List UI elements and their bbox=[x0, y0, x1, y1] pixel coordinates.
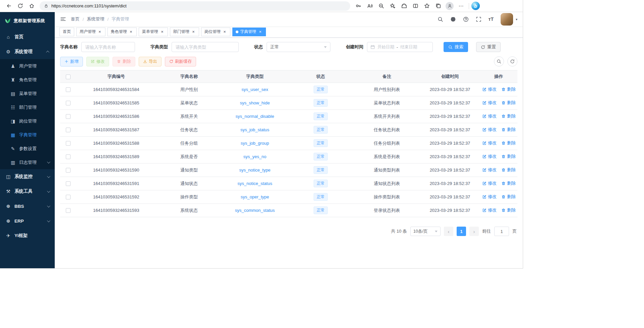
row-edit-button[interactable]: 修改 bbox=[482, 167, 497, 173]
sidebar-item-dict-mgmt[interactable]: ▦字典管理 bbox=[0, 128, 55, 142]
next-page-button[interactable]: › bbox=[469, 227, 479, 236]
sidebar-item-menu-mgmt[interactable]: ▤菜单管理 bbox=[0, 87, 55, 100]
read-aloud-icon[interactable] bbox=[364, 1, 375, 11]
help-icon[interactable] bbox=[463, 16, 469, 22]
refresh-button[interactable] bbox=[15, 1, 26, 11]
dict-type-link[interactable]: sys_notice_status bbox=[237, 181, 272, 186]
toggle-search-button[interactable] bbox=[494, 56, 504, 66]
delete-button[interactable]: 删除 bbox=[112, 57, 135, 66]
dict-type-link[interactable]: sys_yes_no bbox=[243, 154, 267, 159]
status-select[interactable]: 正常 bbox=[267, 42, 330, 52]
row-delete-button[interactable]: 删除 bbox=[501, 140, 516, 146]
column-header[interactable]: 状态 bbox=[288, 71, 354, 83]
sidebar-item-log-mgmt[interactable]: ▥日志管理 bbox=[0, 155, 55, 169]
page-size-select[interactable]: 10条/页 bbox=[410, 227, 441, 236]
avatar-caret-icon[interactable]: ▾ bbox=[516, 17, 517, 21]
tab-2[interactable]: 角色管理× bbox=[107, 28, 137, 36]
row-edit-button[interactable]: 修改 bbox=[482, 113, 497, 119]
row-edit-button[interactable]: 修改 bbox=[482, 153, 497, 159]
row-edit-button[interactable]: 修改 bbox=[482, 207, 497, 213]
dict-type-link[interactable]: sys_user_sex bbox=[241, 87, 268, 92]
row-checkbox[interactable] bbox=[66, 87, 71, 92]
sidebar-item-erp[interactable]: ⊕ERP bbox=[0, 214, 55, 228]
favorites-bar-icon[interactable] bbox=[421, 1, 432, 11]
row-edit-button[interactable]: 修改 bbox=[482, 127, 497, 133]
row-checkbox[interactable] bbox=[66, 101, 71, 105]
close-tab-icon[interactable]: × bbox=[222, 30, 227, 34]
sidebar-item-system-mgmt[interactable]: ⚙系统管理 bbox=[0, 44, 55, 59]
sidebar-item-system-monitor[interactable]: ◫系统监控 bbox=[0, 169, 55, 184]
dict-type-link[interactable]: sys_job_status bbox=[240, 127, 269, 132]
app-logo[interactable]: 意框架管理系统 bbox=[0, 12, 55, 30]
goto-page-input[interactable] bbox=[494, 227, 509, 236]
column-header[interactable]: 操作 bbox=[480, 71, 517, 83]
refresh-table-button[interactable] bbox=[507, 56, 517, 66]
extensions-puzzle-icon[interactable] bbox=[399, 1, 409, 11]
dict-type-link[interactable]: sys_common_status bbox=[235, 208, 275, 213]
tab-1[interactable]: 用户管理× bbox=[76, 28, 105, 36]
tab-6[interactable]: 字典管理× bbox=[232, 28, 266, 36]
row-checkbox[interactable] bbox=[66, 154, 71, 159]
tab-4[interactable]: 部门管理× bbox=[170, 28, 199, 36]
refresh-cache-button[interactable]: 刷新缓存 bbox=[165, 57, 196, 66]
breadcrumb-item[interactable]: 首页 bbox=[71, 16, 80, 22]
tab-3[interactable]: 菜单管理× bbox=[139, 28, 168, 36]
collections-icon[interactable] bbox=[433, 1, 444, 11]
row-edit-button[interactable]: 修改 bbox=[482, 86, 497, 92]
prev-page-button[interactable]: ‹ bbox=[444, 227, 453, 236]
bing-copilot-icon[interactable]: b bbox=[471, 2, 480, 10]
sidebar-item-post-mgmt[interactable]: ◨岗位管理 bbox=[0, 114, 55, 128]
sidebar-item-system-tools[interactable]: ⚒系统工具 bbox=[0, 184, 55, 199]
tab-5[interactable]: 岗位管理× bbox=[201, 28, 230, 36]
select-all-checkbox[interactable] bbox=[66, 75, 71, 79]
sidebar-item-yi-framework[interactable]: ✈Yi框架 bbox=[0, 228, 55, 243]
close-tab-icon[interactable]: × bbox=[191, 30, 196, 34]
row-checkbox[interactable] bbox=[66, 181, 71, 186]
sidebar-item-user-mgmt[interactable]: ♟用户管理 bbox=[0, 59, 55, 73]
row-delete-button[interactable]: 删除 bbox=[501, 194, 516, 200]
tab-0[interactable]: 首页 bbox=[59, 28, 74, 36]
row-checkbox[interactable] bbox=[66, 114, 71, 119]
close-tab-icon[interactable]: × bbox=[129, 30, 133, 34]
dict-type-link[interactable]: sys_normal_disable bbox=[236, 114, 274, 119]
row-edit-button[interactable]: 修改 bbox=[482, 194, 497, 200]
close-tab-icon[interactable]: × bbox=[160, 30, 165, 34]
row-delete-button[interactable]: 删除 bbox=[501, 127, 516, 133]
split-screen-icon[interactable] bbox=[410, 1, 421, 11]
search-icon[interactable] bbox=[438, 16, 443, 22]
dict-type-link[interactable]: sys_notice_type bbox=[239, 168, 270, 173]
row-delete-button[interactable]: 删除 bbox=[501, 167, 516, 173]
row-checkbox[interactable] bbox=[66, 195, 71, 199]
row-checkbox[interactable] bbox=[66, 128, 71, 132]
sidebar-item-dept-mgmt[interactable]: ☷部门管理 bbox=[0, 100, 55, 114]
reset-button[interactable]: 重置 bbox=[476, 42, 501, 52]
sidebar-item-role-mgmt[interactable]: ♜角色管理 bbox=[0, 73, 55, 87]
add-favorite-star-icon[interactable] bbox=[387, 1, 398, 11]
fullscreen-icon[interactable] bbox=[476, 16, 481, 22]
row-delete-button[interactable]: 删除 bbox=[501, 86, 516, 92]
row-checkbox[interactable] bbox=[66, 141, 71, 146]
column-header[interactable]: 字典类型 bbox=[222, 71, 288, 83]
close-tab-icon[interactable]: × bbox=[258, 30, 263, 34]
dict-type-input[interactable] bbox=[172, 42, 239, 52]
font-size-icon[interactable]: тT bbox=[489, 16, 494, 22]
dict-type-link[interactable]: sys_oper_type bbox=[241, 194, 269, 199]
dict-type-link[interactable]: sys_job_group bbox=[241, 141, 269, 146]
column-header[interactable]: 字典编号 bbox=[76, 71, 156, 83]
column-header[interactable]: 备注 bbox=[354, 71, 420, 83]
row-delete-button[interactable]: 删除 bbox=[501, 207, 516, 213]
row-delete-button[interactable]: 删除 bbox=[501, 153, 516, 159]
close-tab-icon[interactable]: × bbox=[97, 30, 102, 34]
add-button[interactable]: 新增 bbox=[60, 57, 83, 66]
dict-type-link[interactable]: sys_show_hide bbox=[240, 100, 270, 105]
row-delete-button[interactable]: 删除 bbox=[501, 100, 516, 106]
hamburger-icon[interactable] bbox=[60, 16, 66, 22]
row-edit-button[interactable]: 修改 bbox=[482, 180, 497, 186]
edit-button[interactable]: 修改 bbox=[86, 57, 109, 66]
row-checkbox[interactable] bbox=[66, 208, 71, 213]
row-delete-button[interactable]: 删除 bbox=[501, 180, 516, 186]
zoom-out-icon[interactable] bbox=[376, 1, 386, 11]
breadcrumb-item[interactable]: 系统管理 bbox=[87, 16, 104, 22]
browser-profile-icon[interactable] bbox=[444, 1, 455, 11]
column-header[interactable]: 字典名称 bbox=[156, 71, 222, 83]
